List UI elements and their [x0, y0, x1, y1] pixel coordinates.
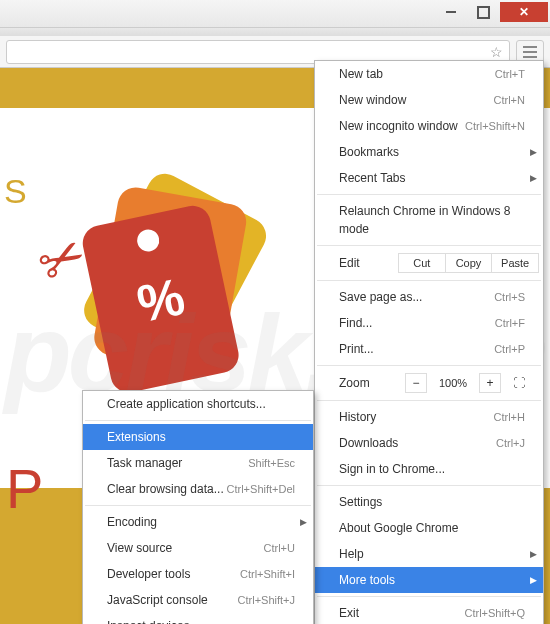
menu-relaunch-win8[interactable]: Relaunch Chrome in Windows 8 mode — [315, 198, 543, 242]
minimize-button[interactable] — [436, 2, 466, 22]
menu-help[interactable]: Help▶ — [315, 541, 543, 567]
zoom-out-button[interactable]: − — [405, 373, 427, 393]
menu-about[interactable]: About Google Chrome — [315, 515, 543, 541]
separator — [317, 194, 541, 195]
separator — [317, 365, 541, 366]
submenu-extensions[interactable]: Extensions — [83, 424, 313, 450]
menu-print[interactable]: Print...Ctrl+P — [315, 336, 543, 362]
heading-fragment: S — [4, 172, 27, 211]
menu-settings[interactable]: Settings — [315, 489, 543, 515]
zoom-in-button[interactable]: + — [479, 373, 501, 393]
paste-button[interactable]: Paste — [491, 253, 539, 273]
menu-signin[interactable]: Sign in to Chrome... — [315, 456, 543, 482]
menu-save-page[interactable]: Save page as...Ctrl+S — [315, 284, 543, 310]
maximize-button[interactable] — [468, 2, 498, 22]
cut-button[interactable]: Cut — [398, 253, 446, 273]
menu-zoom-row: Zoom − 100% + ⛶ — [315, 369, 543, 397]
submenu-inspect-devices[interactable]: Inspect devices — [83, 613, 313, 624]
separator — [317, 280, 541, 281]
separator — [85, 505, 311, 506]
bookmark-star-icon[interactable]: ☆ — [490, 44, 503, 60]
submenu-encoding[interactable]: Encoding▶ — [83, 509, 313, 535]
menu-new-tab[interactable]: New tabCtrl+T — [315, 61, 543, 87]
tab-strip — [0, 28, 550, 36]
zoom-label: Zoom — [339, 376, 399, 390]
menu-incognito[interactable]: New incognito windowCtrl+Shift+N — [315, 113, 543, 139]
submenu-dev-tools[interactable]: Developer toolsCtrl+Shift+I — [83, 561, 313, 587]
chevron-right-icon: ▶ — [530, 571, 537, 589]
chrome-main-menu: New tabCtrl+T New windowCtrl+N New incog… — [314, 60, 544, 624]
chevron-right-icon: ▶ — [530, 545, 537, 563]
submenu-view-source[interactable]: View sourceCtrl+U — [83, 535, 313, 561]
titlebar — [0, 0, 550, 28]
title-fragment: P — [6, 456, 43, 521]
fullscreen-button[interactable]: ⛶ — [507, 376, 531, 390]
menu-history[interactable]: HistoryCtrl+H — [315, 404, 543, 430]
separator — [317, 596, 541, 597]
zoom-value: 100% — [433, 377, 473, 389]
close-button[interactable] — [500, 2, 548, 22]
menu-more-tools[interactable]: More tools▶ — [315, 567, 543, 593]
menu-new-window[interactable]: New windowCtrl+N — [315, 87, 543, 113]
chevron-right-icon: ▶ — [300, 513, 307, 531]
submenu-js-console[interactable]: JavaScript consoleCtrl+Shift+J — [83, 587, 313, 613]
menu-bookmarks[interactable]: Bookmarks▶ — [315, 139, 543, 165]
submenu-task-manager[interactable]: Task managerShift+Esc — [83, 450, 313, 476]
menu-recent-tabs[interactable]: Recent Tabs▶ — [315, 165, 543, 191]
more-tools-submenu: Create application shortcuts... Extensio… — [82, 390, 314, 624]
edit-label: Edit — [339, 256, 399, 270]
menu-find[interactable]: Find...Ctrl+F — [315, 310, 543, 336]
copy-button[interactable]: Copy — [445, 253, 493, 273]
menu-edit-row: Edit Cut Copy Paste — [315, 249, 543, 277]
chevron-right-icon: ▶ — [530, 143, 537, 161]
separator — [85, 420, 311, 421]
separator — [317, 485, 541, 486]
menu-exit[interactable]: ExitCtrl+Shift+Q — [315, 600, 543, 624]
submenu-clear-data[interactable]: Clear browsing data...Ctrl+Shift+Del — [83, 476, 313, 502]
separator — [317, 245, 541, 246]
chevron-right-icon: ▶ — [530, 169, 537, 187]
submenu-create-shortcuts[interactable]: Create application shortcuts... — [83, 391, 313, 417]
menu-downloads[interactable]: DownloadsCtrl+J — [315, 430, 543, 456]
separator — [317, 400, 541, 401]
